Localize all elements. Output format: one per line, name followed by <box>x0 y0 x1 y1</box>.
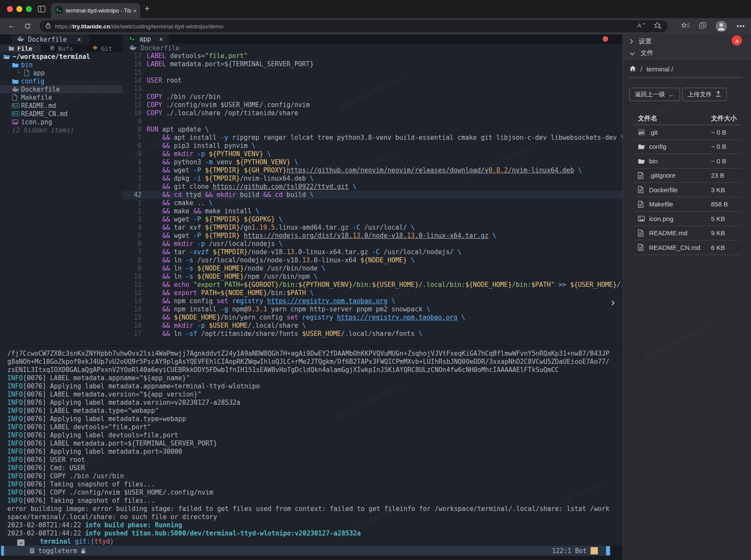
minimize-window-button[interactable] <box>16 6 22 12</box>
tree-item[interactable]: README_CN.md <box>0 110 123 118</box>
file-row[interactable]: config~ 0 B <box>634 140 741 154</box>
tab-file[interactable]: File <box>0 44 41 52</box>
file-row[interactable]: README_CN.md6 KB <box>634 240 741 255</box>
back-button[interactable]: ← <box>8 21 15 30</box>
code-line[interactable]: 14USER root <box>123 77 622 85</box>
tree-item[interactable]: config <box>0 77 123 85</box>
file-table-header: 文件名 文件大小 <box>634 112 741 125</box>
code-line[interactable]: 1 && cmake .. \ <box>123 199 622 207</box>
settings-menu-icon[interactable]: ••• <box>736 22 745 30</box>
tree-item[interactable]: bin <box>0 61 123 69</box>
line-number: 3 <box>123 166 147 175</box>
upload-file-button[interactable]: 上传文件 <box>682 88 727 101</box>
code-line[interactable]: 16LABEL metadata.port=${TERMINAL_SERVER_… <box>123 60 622 68</box>
code-line[interactable]: 12 && export PATH=${NODE_HOME}/bin:$PATH… <box>123 289 622 297</box>
file-row[interactable]: .gitignore23 B <box>634 169 741 183</box>
code-line[interactable]: 3 && wget -P ${TMPDIR} ${GH_PROXY}https:… <box>123 166 622 175</box>
code-line[interactable]: 8 && ln -s /usr/local/nodejs/node-v18.13… <box>123 256 622 265</box>
file-row[interactable]: bin~ 0 B <box>634 154 741 169</box>
terminal-panel[interactable]: /fj7CcwoCW7ZXBc3snKxZNYHpbh7uhwOvx2lsi4W… <box>0 346 622 560</box>
tab-bufs[interactable]: Bufs <box>41 44 82 52</box>
line-number: 15 <box>123 314 147 322</box>
tree-item[interactable]: ~/workspace/terminal <box>0 52 123 61</box>
file-row[interactable]: README.md9 KB <box>634 226 741 241</box>
modified-indicator-dot[interactable] <box>603 36 608 42</box>
code-line[interactable]: 12COPY ./bin /usr/bin <box>123 93 622 101</box>
site-favicon <box>55 6 62 15</box>
code-line[interactable]: 5 && mkdir -p ${PYTHON_VENV} \ <box>123 150 622 158</box>
code-line[interactable]: 11COPY ./config/nvim $USER_HOME/.config/… <box>123 101 622 109</box>
code-line[interactable]: 13 <box>123 85 622 93</box>
reload-button[interactable] <box>24 23 31 31</box>
code-line[interactable]: 1 && git clone https://github.com/tsl092… <box>123 183 622 191</box>
section-settings[interactable]: 设置 <box>630 36 652 46</box>
editor-pane[interactable]: app × Dockerfile 17LABEL devtools="file,… <box>123 34 622 346</box>
go-up-button[interactable]: 返回上一级 ← <box>629 88 680 101</box>
file-name: config <box>649 143 666 150</box>
zoom-window-button[interactable] <box>26 6 32 12</box>
read-aloud-icon[interactable]: A <box>637 22 645 30</box>
file-row[interactable]: icon.png5 KB <box>634 212 741 226</box>
tree-item-label: README.md <box>21 102 56 110</box>
code-line[interactable]: 2 && make && make install \ <box>123 207 622 215</box>
favorites-icon[interactable] <box>681 22 689 30</box>
file-row[interactable]: git.git~ 0 B <box>634 125 741 140</box>
code-line[interactable]: 4 && tar xvf ${TMPDIR}/go1.19.5.linux-am… <box>123 224 622 232</box>
code-area[interactable]: 17LABEL devtools="file,port"16LABEL meta… <box>123 52 622 338</box>
code-line[interactable]: 14 && npm install -g npm@9.3.1 yarn cnpm… <box>123 305 622 314</box>
tree-item[interactable]: Dockerfile <box>0 85 123 93</box>
code-line[interactable]: 17 && ln -sf /opt/titanide/share/fonts $… <box>123 330 622 338</box>
collections-icon[interactable] <box>699 22 706 31</box>
new-tab-button[interactable]: + <box>145 3 150 14</box>
close-tab-icon[interactable]: × <box>133 7 137 14</box>
section-files[interactable]: 文件 <box>630 48 653 58</box>
line-number: 17 <box>123 330 147 338</box>
close-icon[interactable]: × <box>77 36 81 43</box>
tree-item[interactable]: README.md <box>0 102 123 110</box>
profile-avatar[interactable] <box>716 21 727 32</box>
code-line[interactable]: 7 && tar -xvzf ${TMPDIR}/node-v18.13.0-l… <box>123 248 622 256</box>
code-line[interactable]: 42 && cd ttyd && mkdir build && cd build… <box>123 191 622 199</box>
code-line[interactable]: 11 && echo "export PATH=${GOROOT}/bin:${… <box>123 281 622 289</box>
file-row[interactable]: Dockerfile3 KB <box>634 183 741 197</box>
code-line[interactable]: 2 && dpkg -i ${TMPDIR}/nvim-linux64.deb … <box>123 175 622 183</box>
code-line[interactable]: 17LABEL devtools="file,port" <box>123 52 622 60</box>
editor-tab-app[interactable]: app × <box>123 34 169 44</box>
code-line[interactable]: 9 <box>123 117 622 126</box>
code-line[interactable]: 5 && wget -P ${TMPDIR} https://nodejs.or… <box>123 232 622 240</box>
tab-overview-icon[interactable] <box>38 6 46 14</box>
tree-item[interactable]: └ app <box>0 69 123 77</box>
address-bar[interactable]: https://try.titanide.cn/ide/web/coding/t… <box>40 20 668 32</box>
panel-expand-chevron[interactable]: › <box>611 296 615 309</box>
code-line[interactable]: 13 && npm config set registry https://re… <box>123 297 622 305</box>
code-line[interactable]: 16 && mkdir -p $USER_HOME/.local/share \ <box>123 322 622 330</box>
file-name: Makefile <box>649 200 673 208</box>
code-line[interactable]: 6 && mkdir -p /usr/local/nodejs \ <box>123 240 622 248</box>
tree-item[interactable]: icon.png <box>0 118 123 126</box>
code-line[interactable]: 10COPY ./.local/share /opt/titanide/shar… <box>123 109 622 117</box>
code-line[interactable]: 8RUN apt update \ <box>123 126 622 134</box>
code-line[interactable]: 7 && apt install -y ripgrep ranger lolca… <box>123 134 622 142</box>
code-line[interactable]: 6 && pip3 install pynvim \ <box>123 142 622 150</box>
breadcrumb[interactable]: / terminal / <box>629 65 673 73</box>
home-icon[interactable] <box>629 65 636 73</box>
browser-tab[interactable]: terminal-ttyd-wlotnipo - TitanI × <box>51 3 140 18</box>
file-row[interactable]: Makefile858 B <box>634 197 741 212</box>
close-window-button[interactable] <box>7 6 13 12</box>
code-line[interactable]: 10 && ln -s ${NODE_HOME}/npm /usr/bin/np… <box>123 273 622 281</box>
code-line[interactable]: 3 && wget -P ${TMPDIR} ${GOPKG} \ <box>123 215 622 224</box>
code-line[interactable]: 9 && ln -s ${NODE_HOME}/node /usr/bin/no… <box>123 265 622 273</box>
git-icon <box>92 45 98 52</box>
tab-git[interactable]: Git <box>82 44 123 52</box>
code-line[interactable]: 15 <box>123 68 622 77</box>
tree-item[interactable]: (2 hidden items) <box>0 126 123 134</box>
sidebar-buffer-tab-label: Dockerfile <box>28 36 67 43</box>
breadcrumb-path[interactable]: terminal / <box>646 65 673 73</box>
sidebar-buffer-tab[interactable]: Dockerfile × <box>11 34 89 44</box>
code-line[interactable]: 4 && python3 -m venv ${PYTHON_VENV} \ <box>123 158 622 166</box>
code-line[interactable]: 15 && ${NODE_HOME}/bin/yarn config set r… <box>123 314 622 322</box>
add-favorite-icon[interactable] <box>654 22 662 31</box>
close-icon[interactable]: × <box>159 35 163 43</box>
user-avatar-badge[interactable]: a <box>732 35 742 46</box>
tree-item[interactable]: Makefile <box>0 93 123 102</box>
